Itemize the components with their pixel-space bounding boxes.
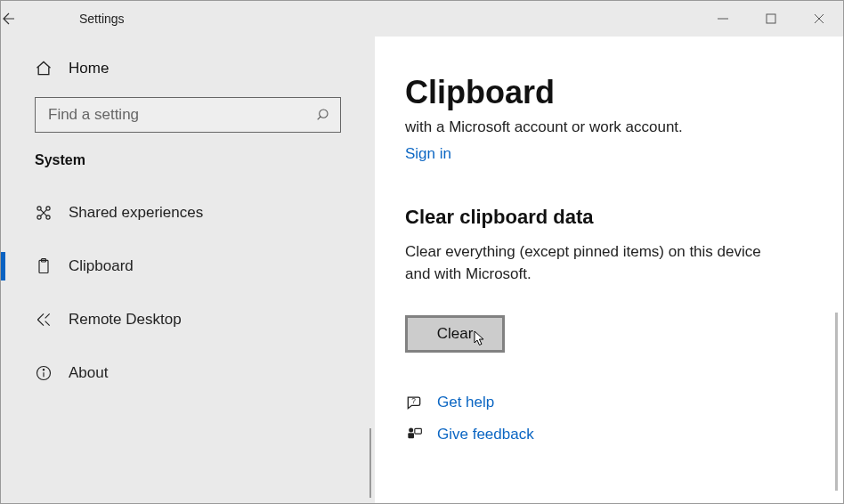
app-title: Settings [45,12,125,26]
sidebar-home[interactable]: Home [1,37,375,93]
sidebar-item-about[interactable]: About [1,346,375,400]
sidebar-item-label: About [69,364,108,382]
body: Home System Shared experiences Clipb [1,37,843,503]
svg-point-4 [320,110,328,118]
clear-button-label: Clear [437,325,474,343]
svg-point-9 [46,215,50,219]
info-icon [35,364,69,382]
page-subtitle: with a Microsoft account or work account… [405,118,816,136]
clipboard-icon [35,257,69,275]
maximize-button[interactable] [747,1,795,37]
svg-point-8 [37,215,41,219]
sidebar-scroll-indicator [369,428,371,498]
help-icon: ? [405,394,423,411]
section-title: Clear clipboard data [405,206,816,229]
clear-button[interactable]: Clear [405,315,505,353]
svg-point-7 [46,207,50,210]
arrow-left-icon [1,11,17,27]
svg-rect-1 [767,14,775,23]
settings-window: Settings Home System [0,0,844,504]
minimize-icon [718,13,728,24]
feedback-icon [405,426,423,443]
sidebar: Home System Shared experiences Clipb [1,37,375,503]
svg-point-16 [43,370,44,370]
search-input[interactable] [48,106,315,124]
minimize-button[interactable] [699,1,747,37]
sidebar-item-label: Shared experiences [69,204,203,222]
give-feedback-link[interactable]: Give feedback [437,426,534,443]
sidebar-item-shared-experiences[interactable]: Shared experiences [1,186,375,240]
back-button[interactable] [1,11,45,27]
svg-line-5 [318,117,321,119]
close-icon [814,13,824,24]
cursor-pointer-icon [474,330,486,346]
svg-rect-20 [415,429,422,435]
search-box[interactable] [35,97,341,133]
get-help-row[interactable]: ? Get help [405,394,816,411]
page-title: Clipboard [405,74,816,111]
sidebar-item-remote-desktop[interactable]: Remote Desktop [1,293,375,346]
shared-experiences-icon [35,204,69,222]
sidebar-category: System [1,152,375,186]
main-scrollbar[interactable] [835,313,838,491]
search-icon [315,108,329,122]
main-content: Clipboard with a Microsoft account or wo… [375,37,843,503]
svg-rect-19 [408,434,414,439]
home-icon [35,60,69,77]
close-button[interactable] [795,1,843,37]
sidebar-home-label: Home [69,60,109,77]
sign-in-link[interactable]: Sign in [405,145,451,163]
svg-text:?: ? [411,396,416,405]
sidebar-item-label: Clipboard [69,257,134,275]
get-help-link[interactable]: Get help [437,394,494,411]
give-feedback-row[interactable]: Give feedback [405,426,816,443]
maximize-icon [766,13,776,24]
titlebar: Settings [1,1,843,37]
sidebar-item-clipboard[interactable]: Clipboard [1,240,375,293]
svg-point-6 [37,207,41,210]
remote-desktop-icon [35,311,69,329]
svg-point-18 [409,428,413,433]
sidebar-item-label: Remote Desktop [69,311,182,329]
section-description: Clear everything (except pinned items) o… [405,241,788,285]
